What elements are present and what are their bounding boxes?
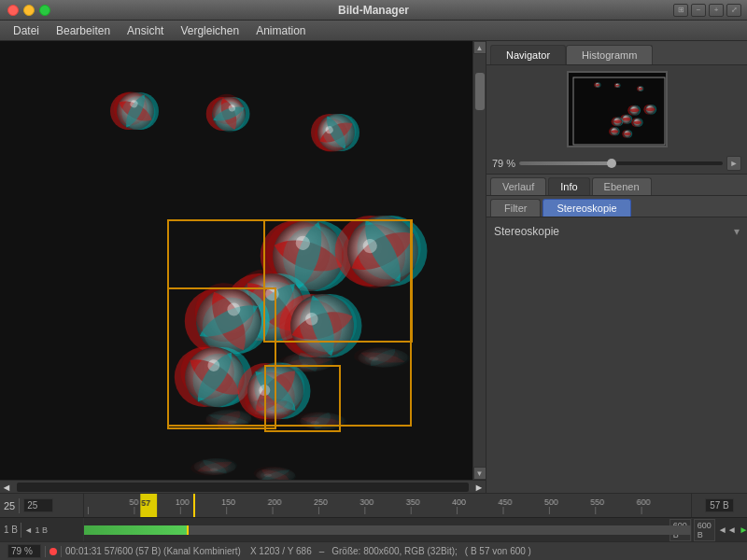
tab-histogramm[interactable]: Histogramm xyxy=(566,45,653,64)
scroll-down-arrow[interactable]: ▼ xyxy=(473,467,486,480)
status-divider1 xyxy=(45,546,46,557)
track-content[interactable] xyxy=(84,518,691,541)
track-left-value: ◄ 1 B xyxy=(24,525,48,535)
timeline-divider xyxy=(19,498,20,513)
timeline-right-value: 57 B xyxy=(705,498,734,512)
scroll-track-h[interactable] xyxy=(17,483,469,492)
menu-vergleichen[interactable]: Vergleichen xyxy=(173,22,247,39)
zoom-slider[interactable] xyxy=(519,161,723,165)
ruler-bar xyxy=(84,494,691,517)
ruler-canvas xyxy=(88,494,687,517)
track-divider xyxy=(21,523,21,538)
track-bar xyxy=(84,525,691,535)
status-bit: ( B 57 von 600 ) xyxy=(465,546,531,556)
status-separator: – xyxy=(319,546,325,556)
menu-animation[interactable]: Animation xyxy=(248,22,313,39)
window-controls: ⊞ − + ⤢ xyxy=(673,4,741,17)
info-tabs: Verlauf Info Ebenen xyxy=(486,175,747,196)
status-size: Größe: 800x600, RGB (32Bit); xyxy=(331,546,458,556)
zoom-label: 79 % xyxy=(492,158,515,169)
preview-canvas xyxy=(569,73,668,147)
status-dot-icon xyxy=(49,548,57,555)
dropdown-arrow-icon[interactable]: ▾ xyxy=(734,225,740,238)
window-title: Bild-Manager xyxy=(338,4,409,17)
menu-ansicht[interactable]: Ansicht xyxy=(120,22,171,39)
main-area: ▲ ▼ ◄ ► Navigator Histogramm xyxy=(0,41,747,493)
timeline-zoom-label: 25 xyxy=(4,500,15,511)
tab-stereoskopie[interactable]: Stereoskopie xyxy=(543,199,630,217)
timeline-left-panel: 25 xyxy=(0,494,84,517)
scroll-right-arrow[interactable]: ► xyxy=(472,482,486,493)
scroll-up-arrow[interactable]: ▲ xyxy=(473,41,486,54)
track-playhead xyxy=(187,525,189,535)
menu-datei[interactable]: Datei xyxy=(6,22,47,39)
tab-info[interactable]: Info xyxy=(548,177,589,195)
scroll-track-v[interactable] xyxy=(473,54,486,467)
timeline-ruler[interactable] xyxy=(84,494,691,517)
scroll-thumb-v[interactable] xyxy=(475,73,485,110)
filter-tabs: Filter Stereoskopie xyxy=(486,196,747,217)
grid-icon[interactable]: ⊞ xyxy=(673,4,688,17)
navigator-preview xyxy=(486,65,747,153)
play-button[interactable]: ► xyxy=(740,525,747,535)
track-left-panel: 1 B ◄ 1 B xyxy=(0,518,84,541)
maximize-button[interactable] xyxy=(39,5,50,16)
scroll-left-arrow[interactable]: ◄ xyxy=(0,482,13,493)
expand-icon[interactable]: + xyxy=(709,4,724,17)
vertical-scrollbar[interactable]: ▲ ▼ xyxy=(472,41,486,480)
zoom-slider-fill xyxy=(519,161,611,165)
canvas-section: ▲ ▼ ◄ ► xyxy=(0,41,486,493)
canvas-content[interactable] xyxy=(0,41,472,480)
status-divider2 xyxy=(61,546,62,557)
track-right-panel: 600 B 600 B ◄◄ ► ►► xyxy=(691,518,747,541)
collapse-icon[interactable]: − xyxy=(691,4,706,17)
navigator-tabs: Navigator Histogramm xyxy=(486,41,747,65)
track-fill xyxy=(84,525,187,535)
tab-navigator[interactable]: Navigator xyxy=(490,45,566,64)
titlebar: Bild-Manager ⊞ − + ⤢ xyxy=(0,0,747,21)
status-coords: X 1203 / Y 686 xyxy=(250,546,312,556)
zoom-row: 79 % ► xyxy=(486,153,747,175)
traffic-lights xyxy=(7,5,50,16)
right-panel: Navigator Histogramm 79 % ► Verlauf Info… xyxy=(486,41,747,493)
tab-filter[interactable]: Filter xyxy=(490,199,541,217)
zoom-out-button[interactable]: ► xyxy=(726,156,741,171)
menu-bearbeiten[interactable]: Bearbeiten xyxy=(49,22,118,39)
status-zoom-input[interactable] xyxy=(7,544,41,558)
zoom-thumb[interactable] xyxy=(607,159,616,168)
tab-verlauf[interactable]: Verlauf xyxy=(490,177,546,195)
track-right-value2: 600 B xyxy=(694,519,715,541)
stereo-label: Stereoskopie xyxy=(494,225,559,238)
timeline-right-panel: 57 B xyxy=(691,494,747,517)
timeline: 25 57 B xyxy=(0,493,747,517)
playhead[interactable] xyxy=(193,494,195,517)
menubar: Datei Bearbeiten Ansicht Vergleichen Ani… xyxy=(0,21,747,41)
statusbar: 00:01:31 57/600 (57 B) (Kanal Kombiniert… xyxy=(0,541,747,560)
timeline-zoom-input[interactable] xyxy=(23,498,53,512)
stereo-panel: Stereoskopie ▾ xyxy=(486,217,747,493)
status-time: 00:01:31 57/600 (57 B) (Kanal Kombiniert… xyxy=(65,546,241,556)
play-prev-icon[interactable]: ◄◄ xyxy=(718,525,737,535)
track-label: 1 B xyxy=(4,525,18,535)
scene-canvas[interactable] xyxy=(0,41,472,480)
canvas-with-scroll: ▲ ▼ xyxy=(0,41,486,480)
fullscreen-icon[interactable]: ⤢ xyxy=(726,4,741,17)
horizontal-scrollbar[interactable]: ◄ ► xyxy=(0,480,486,493)
stereo-panel-title: Stereoskopie ▾ xyxy=(494,225,740,238)
minimize-button[interactable] xyxy=(23,5,35,16)
tab-ebenen[interactable]: Ebenen xyxy=(592,177,652,195)
preview-thumbnail[interactable] xyxy=(567,71,668,147)
track-area: 1 B ◄ 1 B 600 B 600 B ◄◄ ► ►► xyxy=(0,517,747,541)
close-button[interactable] xyxy=(7,5,19,16)
